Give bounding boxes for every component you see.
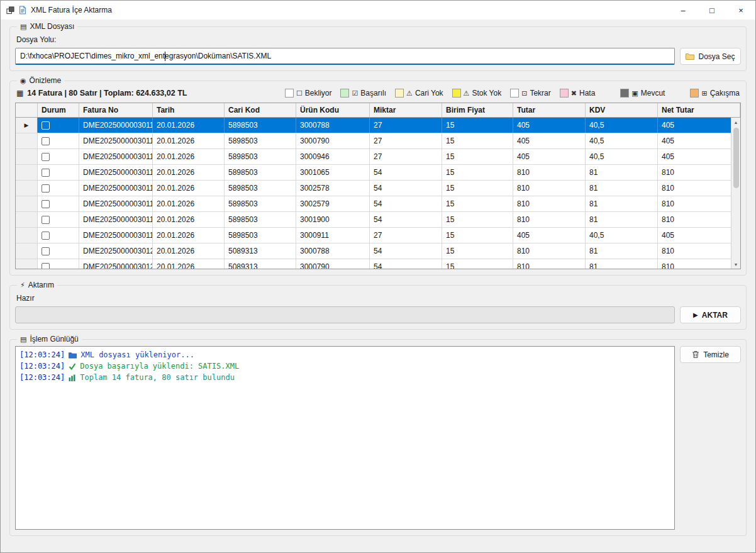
grid-cell[interactable]: DME2025000003011 (79, 228, 153, 243)
file-path-input[interactable] (15, 48, 675, 65)
status-cell[interactable] (38, 118, 79, 133)
grid-cell[interactable]: DME2025000003011 (79, 118, 153, 133)
grid-cell[interactable]: 810 (513, 181, 586, 196)
grid-cell[interactable]: 81 (586, 259, 658, 269)
grid-cell[interactable]: 40,5 (586, 118, 658, 133)
grid-cell[interactable]: 5898503 (225, 212, 296, 227)
grid-cell[interactable]: 810 (513, 259, 586, 269)
grid-cell[interactable]: 3000946 (296, 149, 370, 164)
grid-cell[interactable]: 3002579 (296, 196, 370, 211)
status-cell[interactable] (38, 243, 79, 259)
grid-cell[interactable]: 3000911 (296, 228, 370, 243)
row-checkbox[interactable] (42, 263, 50, 270)
grid-cell[interactable]: 15 (442, 165, 513, 180)
grid-cell[interactable]: 20.01.2026 (153, 165, 225, 180)
grid-cell[interactable]: 3000790 (296, 259, 370, 269)
grid-cell[interactable]: 81 (586, 165, 658, 180)
row-checkbox[interactable] (42, 153, 50, 161)
row-checkbox[interactable] (42, 200, 50, 208)
status-cell[interactable] (38, 259, 79, 269)
vertical-scrollbar[interactable]: ▲ ▼ (731, 118, 740, 269)
grid-cell[interactable]: 810 (658, 181, 740, 196)
grid-cell[interactable]: 810 (513, 165, 586, 180)
grid-cell[interactable]: DME2025000003012 (79, 243, 153, 259)
grid-cell[interactable]: 81 (586, 243, 658, 259)
row-selector[interactable] (16, 133, 38, 148)
grid-cell[interactable]: DME2025000003011 (79, 133, 153, 148)
row-checkbox[interactable] (42, 184, 50, 193)
grid-cell[interactable]: 20.01.2026 (153, 133, 225, 148)
grid-cell[interactable]: 81 (586, 181, 658, 196)
column-header[interactable]: Tarih (153, 103, 225, 117)
maximize-button[interactable]: □ (698, 1, 726, 20)
grid-cell[interactable]: 405 (513, 228, 586, 243)
column-header[interactable]: Cari Kod (225, 103, 296, 117)
clear-log-button[interactable]: Temizle (680, 346, 741, 363)
row-selector[interactable] (16, 243, 38, 259)
grid-cell[interactable]: 810 (513, 196, 586, 211)
column-header[interactable]: KDV (586, 103, 658, 117)
column-header[interactable]: Durum (38, 103, 79, 117)
grid-cell[interactable]: 40,5 (586, 149, 658, 164)
row-selector[interactable] (16, 212, 38, 227)
grid-cell[interactable]: 20.01.2026 (153, 196, 225, 211)
minimize-button[interactable]: – (669, 1, 698, 20)
table-row[interactable]: DME202500000301120.01.202658985033002578… (16, 181, 740, 196)
column-header[interactable]: Miktar (370, 103, 442, 117)
grid-cell[interactable]: 810 (658, 165, 740, 180)
grid-cell[interactable]: 3001065 (296, 165, 370, 180)
close-button[interactable]: × (726, 1, 755, 20)
column-header[interactable]: Ürün Kodu (296, 103, 370, 117)
column-header[interactable]: Net Tutar (658, 103, 740, 117)
column-header[interactable]: Birim Fiyat (442, 103, 513, 117)
row-checkbox[interactable] (42, 137, 50, 145)
status-cell[interactable] (38, 149, 79, 164)
grid-cell[interactable]: 810 (658, 243, 740, 259)
grid-cell[interactable]: DME2025000003011 (79, 196, 153, 211)
table-row[interactable]: DME202500000301220.01.202650893133000788… (16, 243, 740, 259)
grid-cell[interactable]: 20.01.2026 (153, 228, 225, 243)
table-row[interactable]: DME202500000301120.01.202658985033000911… (16, 228, 740, 243)
grid-cell[interactable]: 405 (658, 149, 740, 164)
scrollbar-thumb[interactable] (733, 128, 739, 188)
column-header[interactable]: Fatura No (79, 103, 153, 117)
column-header[interactable]: Tutar (513, 103, 586, 117)
row-selector[interactable] (16, 165, 38, 180)
grid-cell[interactable]: 5898503 (225, 165, 296, 180)
table-row[interactable]: DME202500000301120.01.202658985033002579… (16, 196, 740, 212)
grid-cell[interactable]: 40,5 (586, 228, 658, 243)
grid-cell[interactable]: 81 (586, 212, 658, 227)
grid-cell[interactable]: 15 (442, 181, 513, 196)
grid-cell[interactable]: 405 (658, 133, 740, 148)
grid-cell[interactable]: 5898503 (225, 196, 296, 211)
grid-cell[interactable]: 27 (370, 133, 442, 148)
table-row[interactable]: DME202500000301120.01.202658985033001065… (16, 165, 740, 181)
grid-cell[interactable]: 5089313 (225, 243, 296, 259)
grid-cell[interactable]: 15 (442, 133, 513, 148)
row-checkbox[interactable] (42, 169, 50, 177)
grid-cell[interactable]: 15 (442, 212, 513, 227)
scroll-down-icon[interactable]: ▼ (731, 260, 740, 269)
log-box[interactable]: [12:03:24]XML dosyası yükleniyor...[12:0… (15, 346, 675, 530)
row-selector[interactable] (16, 149, 38, 164)
select-file-button[interactable]: Dosya Seç (680, 48, 741, 65)
grid-cell[interactable]: DME2025000003011 (79, 181, 153, 196)
grid-cell[interactable]: DME2025000003011 (79, 149, 153, 164)
row-selector[interactable]: ▶ (16, 118, 38, 133)
grid-cell[interactable]: 405 (658, 118, 740, 133)
grid-cell[interactable]: 405 (658, 228, 740, 243)
grid-cell[interactable]: 54 (370, 259, 442, 269)
grid-cell[interactable]: 81 (586, 196, 658, 211)
table-row[interactable]: ▶DME202500000301120.01.20265898503300078… (16, 118, 740, 133)
row-checkbox[interactable] (42, 216, 50, 224)
status-cell[interactable] (38, 181, 79, 196)
grid-cell[interactable]: 3001900 (296, 212, 370, 227)
aktar-button[interactable]: ▶ AKTAR (680, 306, 741, 323)
grid-cell[interactable]: 405 (513, 149, 586, 164)
preview-grid[interactable]: DurumFatura NoTarihCari KodÜrün KoduMikt… (15, 103, 741, 269)
grid-cell[interactable]: 810 (658, 196, 740, 211)
grid-cell[interactable]: 15 (442, 118, 513, 133)
status-cell[interactable] (38, 228, 79, 243)
status-cell[interactable] (38, 212, 79, 227)
grid-cell[interactable]: 20.01.2026 (153, 259, 225, 269)
